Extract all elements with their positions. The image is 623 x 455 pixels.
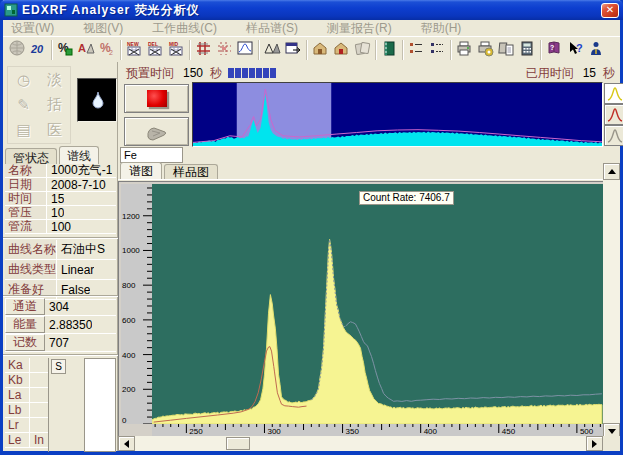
stop-button[interactable] — [124, 84, 189, 113]
printer-button[interactable] — [454, 39, 475, 61]
list-dots-button[interactable] — [427, 39, 448, 61]
row-value: 石油中S — [57, 241, 105, 258]
line-row: LeIn — [5, 433, 48, 448]
tab-谱图[interactable]: 谱图 — [120, 162, 162, 179]
printer-page-button[interactable] — [496, 39, 517, 61]
preset-time-label: 预置时间 — [126, 65, 174, 82]
progress-bar — [228, 68, 277, 78]
row-value: Linear — [57, 263, 94, 277]
main-area: 预置时间 150 秒 已用时间 15 秒 Fe 谱图样品图 0200400600… — [118, 62, 620, 451]
window-arrow-icon — [285, 40, 302, 60]
start-button[interactable] — [124, 117, 189, 146]
svg-text:400: 400 — [424, 427, 438, 436]
window-arrow-button[interactable] — [283, 39, 304, 61]
menu-item-0[interactable]: 设置(W) — [11, 20, 54, 37]
table-row: 曲线名称石油中S — [5, 240, 116, 260]
peak-view-button-2[interactable] — [604, 104, 623, 125]
menu-item-1[interactable]: 视图(V) — [83, 20, 123, 37]
home-save-button[interactable] — [331, 39, 352, 61]
scroll-right-button[interactable] — [586, 436, 603, 451]
scroll-left-button[interactable] — [118, 436, 135, 451]
table-del-icon: DEL — [147, 40, 164, 60]
row-label: 通道 — [5, 298, 45, 315]
toolbar-separator — [402, 40, 404, 60]
svg-text:600: 600 — [122, 316, 136, 325]
table-del-button[interactable]: DEL — [145, 39, 166, 61]
stop-icon — [147, 90, 167, 107]
chart-frame: 020040060080010001200 Count Rate: 7406.7… — [118, 181, 608, 440]
clock-icon[interactable]: ◷ — [8, 67, 39, 92]
menu-item-4[interactable]: 测量报告(R) — [327, 20, 392, 37]
row-label: 能量 — [5, 316, 45, 333]
svg-text:?: ? — [550, 44, 554, 51]
toolbar-separator — [306, 40, 308, 60]
cjk-button-2[interactable]: 括 — [39, 92, 70, 117]
y-axis-ruler: 020040060080010001200 — [121, 184, 152, 424]
info-table: 名称1000充气-1日期2008-7-10时间15管压10管流100 — [5, 164, 116, 234]
list-dots-icon — [429, 40, 446, 60]
calculator-icon — [519, 40, 536, 60]
globe-button[interactable] — [7, 39, 28, 61]
line-label: La — [5, 388, 30, 402]
card-icon[interactable]: ▤ — [8, 118, 39, 143]
row-value: 707 — [45, 336, 69, 350]
play-icon — [144, 122, 170, 142]
person-button[interactable] — [586, 39, 607, 61]
toolbar-separator — [540, 40, 542, 60]
home-open-button[interactable] — [310, 39, 331, 61]
element-column-header[interactable]: S — [51, 359, 66, 374]
chart-box-button[interactable] — [235, 39, 256, 61]
grid-red-button[interactable] — [193, 39, 214, 61]
element-field[interactable]: Fe — [120, 147, 183, 163]
scrollbar-thumb[interactable] — [226, 437, 250, 450]
svg-text:20: 20 — [30, 43, 44, 55]
table-new-button[interactable]: NEW — [124, 39, 145, 61]
svg-text:2: 2 — [109, 49, 113, 56]
vertical-scrollbar[interactable] — [603, 163, 620, 440]
printer-setup-icon — [477, 40, 494, 60]
menu-item-3[interactable]: 样品谱(S) — [246, 20, 298, 37]
percent-green-button[interactable]: % — [55, 39, 76, 61]
table-row: 管流100 — [5, 220, 116, 234]
note-icon[interactable]: ✎ — [8, 92, 39, 117]
row-value: 2008-7-10 — [47, 178, 106, 192]
printer-setup-button[interactable] — [475, 39, 496, 61]
font-delta-button[interactable]: A — [76, 39, 97, 61]
row-label: 记数 — [5, 334, 45, 351]
percent-green-icon: % — [57, 40, 74, 60]
scroll-up-button[interactable] — [603, 163, 620, 180]
menu-item-2[interactable]: 工作曲线(C) — [152, 20, 217, 37]
row-value: 2.88350 — [45, 318, 92, 332]
grid-dashed-icon — [216, 40, 233, 60]
percent-red-button[interactable]: %2 — [97, 39, 118, 61]
help-book-button[interactable]: ? — [544, 39, 565, 61]
help-cursor-icon: ? — [567, 40, 584, 60]
elapsed-time-unit: 秒 — [603, 65, 615, 82]
close-button[interactable]: ✕ — [601, 3, 619, 18]
table-mid-button[interactable]: MID — [166, 39, 187, 61]
gauge-icon: 20 — [30, 40, 47, 60]
peak-view-button-1[interactable] — [604, 83, 623, 104]
droplet-icon — [92, 91, 104, 109]
help-cursor-button[interactable]: ? — [565, 39, 586, 61]
curve-table: 曲线名称石油中S曲线类型Linear准备好False — [5, 240, 116, 300]
cjk-button-1[interactable]: 淡 — [39, 67, 70, 92]
toolbar-separator — [120, 40, 122, 60]
menu-item-5[interactable]: 帮助(H) — [421, 20, 462, 37]
tab-样品图[interactable]: 样品图 — [164, 164, 218, 179]
grid-dashed-button[interactable] — [214, 39, 235, 61]
notebook-green-button[interactable] — [379, 39, 400, 61]
svg-text:250: 250 — [189, 427, 203, 436]
cjk-button-3[interactable]: 医 — [39, 118, 70, 143]
sample-indicator — [77, 78, 117, 122]
gauge-button[interactable]: 20 — [28, 39, 49, 61]
svg-text:1000: 1000 — [122, 246, 140, 255]
elapsed-time-label: 已用时间 — [526, 65, 574, 82]
list-bullets-button[interactable] — [406, 39, 427, 61]
calculator-button[interactable] — [517, 39, 538, 61]
peak-view-button-3[interactable] — [604, 125, 623, 146]
hand-cards-button[interactable] — [352, 39, 373, 61]
triangle-mirror-button[interactable] — [262, 39, 283, 61]
line-label: Lr — [5, 418, 30, 432]
horizontal-scrollbar[interactable] — [118, 436, 603, 451]
